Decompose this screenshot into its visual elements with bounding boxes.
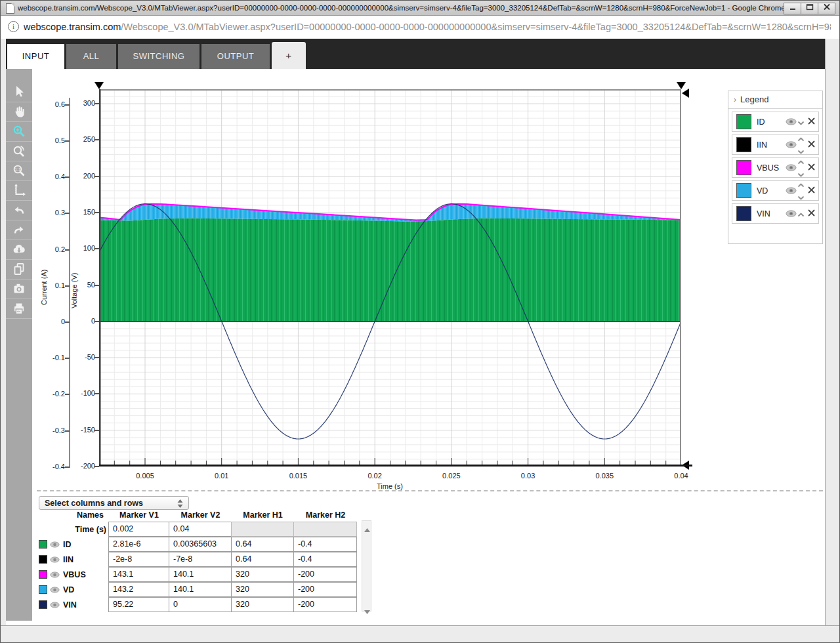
minimize-button[interactable] (784, 3, 801, 14)
scroll-down-icon[interactable] (364, 605, 370, 609)
marker-h1-handle[interactable] (682, 89, 689, 98)
eye-icon[interactable] (786, 116, 797, 128)
table-header-marker-h1: Marker H1 (232, 510, 294, 520)
cell-id-1[interactable]: 0.00365603 (169, 537, 232, 552)
info-icon[interactable]: i (8, 21, 19, 32)
close-icon[interactable] (807, 116, 816, 128)
print-button[interactable] (6, 299, 32, 319)
scroll-up-icon[interactable] (364, 523, 370, 527)
close-icon[interactable] (807, 162, 816, 174)
close-icon[interactable] (807, 139, 816, 151)
cell-id-0[interactable]: 2.81e-6 (108, 537, 169, 552)
zoom-1-1-icon: 1:1 (12, 163, 26, 178)
close-button[interactable] (818, 3, 835, 14)
camera-button[interactable] (6, 279, 32, 299)
cell-iin-1[interactable]: -7e-8 (169, 552, 232, 567)
eye-icon[interactable] (786, 162, 797, 174)
eye-icon[interactable] (50, 571, 60, 578)
zoom-previous-button[interactable] (6, 141, 32, 161)
eye-icon[interactable] (50, 602, 60, 608)
cell-id-3[interactable]: -0.4 (293, 537, 357, 552)
tab-switching[interactable]: SWITCHING (118, 44, 200, 69)
undo-button[interactable] (6, 200, 32, 220)
cell-vin-2[interactable]: 320 (231, 597, 294, 612)
cell-iin-3[interactable]: -0.4 (293, 552, 357, 567)
cell-vin-3[interactable]: -200 (293, 597, 357, 612)
current-axis-tick (65, 467, 70, 468)
eye-icon[interactable] (786, 208, 797, 220)
marker-v1-handle[interactable] (94, 82, 104, 89)
current-axis-tick (65, 140, 70, 142)
pointer-button[interactable] (6, 82, 32, 102)
cell-vbus-0[interactable]: 143.1 (108, 567, 169, 582)
cloud-download-button[interactable] (6, 239, 32, 260)
eye-icon[interactable] (50, 587, 60, 593)
url-text[interactable]: webscope.transim.com/Webscope_V3.0/MTabV… (24, 16, 831, 39)
cell-iin-0[interactable]: -2e-8 (108, 552, 169, 567)
close-icon[interactable] (807, 208, 816, 220)
side-toolbar: 1:1 (6, 69, 32, 621)
maximize-button[interactable] (801, 3, 818, 14)
select-columns-dropdown[interactable]: Select columns and rows (39, 496, 189, 510)
legend-entry-vd: VD (732, 180, 819, 201)
print-icon (12, 301, 26, 316)
voltage-tick-label: -50 (70, 353, 95, 361)
cell-vbus-2[interactable]: 320 (231, 567, 294, 582)
cell-vbus-3[interactable]: -200 (293, 567, 357, 582)
address-bar[interactable]: i webscope.transim.com/Webscope_V3.0/MTa… (1, 16, 840, 39)
chevron-down-icon[interactable] (797, 191, 805, 203)
chevron-up-icon[interactable] (797, 178, 805, 190)
tab-input[interactable]: INPUT (7, 44, 64, 69)
legend-entry-label: VIN (757, 209, 786, 218)
eye-icon[interactable] (50, 541, 60, 548)
current-axis-tick (65, 322, 70, 323)
zoom-1-1-button[interactable]: 1:1 (6, 161, 32, 181)
cell-vd-1[interactable]: 140.1 (169, 582, 232, 597)
axes-button[interactable] (6, 180, 32, 201)
legend-collapse-icon[interactable]: › (734, 95, 736, 104)
close-icon[interactable] (807, 185, 816, 197)
legend-panel: ›Legend IDIINVBUSVDVIN (728, 91, 823, 244)
cell-times-0[interactable]: 0.002 (108, 522, 169, 537)
add-tab-button[interactable]: + (272, 42, 306, 69)
legend-entry-vin: VIN (732, 203, 819, 224)
chevron-up-icon[interactable] (797, 156, 805, 167)
eye-icon[interactable] (786, 139, 797, 151)
cell-vd-2[interactable]: 320 (231, 582, 294, 597)
eye-icon[interactable] (786, 185, 797, 197)
zoom-in-icon (12, 124, 26, 138)
cell-id-2[interactable]: 0.64 (231, 537, 294, 552)
row-label: VD (63, 585, 74, 594)
chevron-up-icon[interactable] (797, 208, 805, 220)
cell-vd-3[interactable]: -200 (293, 582, 357, 597)
reorder-chevrons (797, 116, 805, 128)
copy-button[interactable] (6, 259, 32, 280)
cell-iin-2[interactable]: 0.64 (231, 552, 294, 567)
legend-header[interactable]: ›Legend (728, 91, 822, 109)
cell-times-1[interactable]: 0.04 (169, 522, 232, 537)
tab-bar: INPUTALLSWITCHINGOUTPUT+ (6, 39, 825, 69)
waveform-plot[interactable] (99, 89, 681, 467)
redo-button[interactable] (6, 220, 32, 240)
table-scrollbar[interactable] (362, 520, 371, 612)
x-axis-title: Time (s) (364, 482, 416, 490)
redo-icon (12, 222, 26, 237)
chevron-up-icon[interactable] (797, 133, 805, 144)
cell-vd-0[interactable]: 143.2 (108, 582, 169, 597)
row-swatch (39, 540, 47, 549)
current-tick-label: -0.3 (39, 426, 65, 434)
table-row-name-id: ID (39, 537, 106, 552)
zoom-in-button[interactable] (6, 121, 32, 142)
row-swatch (39, 585, 47, 594)
cell-vin-1[interactable]: 0 (169, 597, 232, 612)
current-axis-label: Current (A) (40, 253, 48, 305)
chevron-down-icon[interactable] (797, 116, 805, 128)
tab-output[interactable]: OUTPUT (201, 44, 270, 69)
eye-icon[interactable] (50, 556, 60, 563)
cell-vin-0[interactable]: 95.22 (108, 597, 169, 612)
cell-vbus-1[interactable]: 140.1 (169, 567, 232, 582)
tab-all[interactable]: ALL (66, 44, 116, 69)
pan-hand-button[interactable] (6, 102, 32, 122)
browser-window: webscope.transim.com/Webscope_V3.0/MTabV… (0, 0, 840, 643)
dropdown-label: Select columns and rows (45, 499, 143, 508)
